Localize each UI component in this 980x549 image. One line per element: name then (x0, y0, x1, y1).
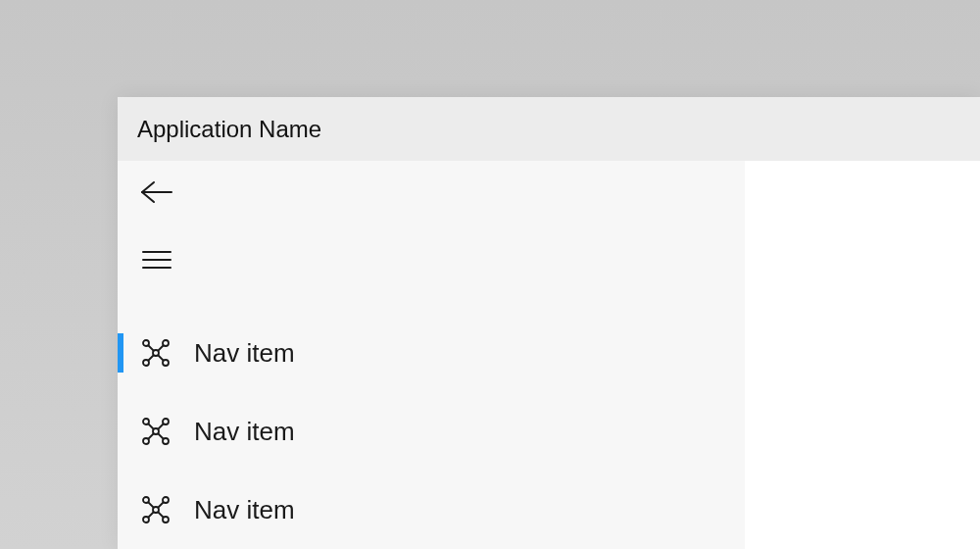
body-area: Nav item Nav item (118, 161, 980, 549)
selection-indicator (118, 333, 123, 373)
svg-line-12 (158, 355, 164, 361)
nav-item-3[interactable]: Nav item (118, 471, 745, 549)
app-title: Application Name (137, 116, 321, 143)
titlebar: Application Name (118, 97, 980, 161)
nav-item-label: Nav item (194, 338, 295, 369)
svg-line-10 (158, 345, 164, 351)
svg-line-30 (158, 512, 164, 518)
hamburger-button[interactable] (135, 238, 178, 281)
svg-line-28 (158, 502, 164, 508)
nav-item-graph-icon (139, 336, 172, 370)
svg-line-18 (148, 424, 154, 429)
hamburger-button-row (118, 234, 745, 284)
svg-line-9 (148, 345, 154, 351)
nav-item-label: Nav item (194, 495, 295, 525)
back-button-row (118, 167, 745, 217)
svg-line-21 (158, 433, 164, 439)
nav-item-1[interactable]: Nav item (118, 314, 745, 392)
nav-pane: Nav item Nav item (118, 161, 745, 549)
svg-line-27 (148, 502, 154, 508)
back-button[interactable] (135, 171, 178, 214)
nav-item-label: Nav item (194, 417, 295, 447)
svg-line-11 (148, 355, 154, 361)
nav-list: Nav item Nav item (118, 314, 745, 549)
svg-line-29 (148, 512, 154, 518)
app-window: Application Name (118, 97, 980, 549)
svg-line-19 (158, 424, 164, 429)
nav-item-graph-icon (139, 493, 172, 526)
back-arrow-icon (140, 180, 173, 204)
hamburger-icon (142, 250, 172, 270)
nav-item-graph-icon (139, 415, 172, 448)
content-pane (745, 161, 980, 549)
nav-item-2[interactable]: Nav item (118, 392, 745, 471)
svg-line-20 (148, 433, 154, 439)
